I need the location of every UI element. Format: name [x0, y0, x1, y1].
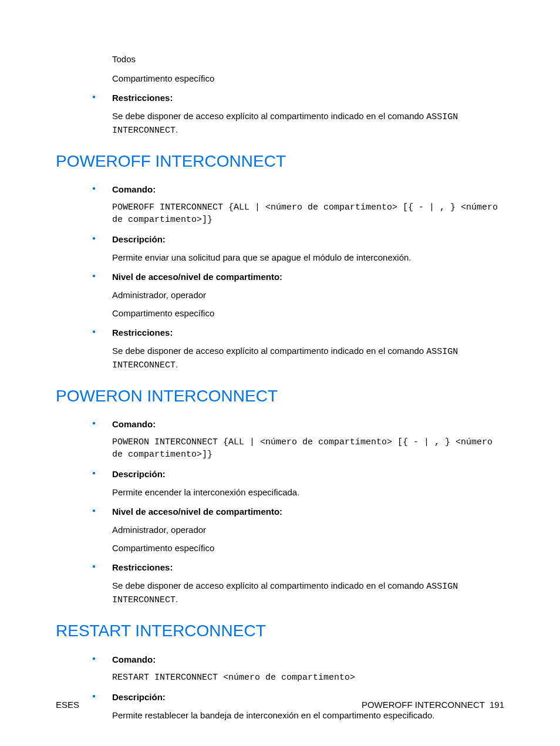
intro-todos: Todos — [112, 53, 504, 65]
poweroff-nivel-1: Administrador, operador — [112, 289, 504, 301]
restart-list: Comando: RESTART INTERCONNECT <número de… — [92, 653, 504, 721]
poweroff-nivel-item: Nivel de acceso/nivel de compartimento: … — [92, 271, 504, 319]
intro-block: Todos Compartimento específico — [112, 53, 504, 85]
poweroff-comando-code: POWEROFF INTERCONNECT {ALL | <número de … — [112, 201, 504, 226]
poweroff-restr-text: Se debe disponer de acceso explícito al … — [112, 345, 504, 372]
comando-label: Comando: — [112, 653, 504, 666]
poweroff-list: Comando: POWEROFF INTERCONNECT {ALL | <n… — [92, 183, 504, 372]
restricciones-label: Restricciones: — [112, 326, 504, 339]
poweroff-restr-suffix: . — [176, 359, 178, 369]
footer-right: POWEROFF INTERCONNECT 191 — [362, 698, 504, 711]
poweroff-nivel-2: Compartimento específico — [112, 307, 504, 319]
intro-restr-prefix: Se debe disponer de acceso explícito al … — [112, 111, 426, 121]
descripcion-label: Descripción: — [112, 233, 504, 245]
heading-poweroff: POWEROFF INTERCONNECT — [56, 150, 504, 173]
poweron-comando-code: POWERON INTERCONNECT {ALL | <número de c… — [112, 436, 504, 461]
restricciones-label: Restricciones: — [112, 92, 504, 104]
poweroff-comando-item: Comando: POWEROFF INTERCONNECT {ALL | <n… — [92, 183, 504, 226]
poweron-descripcion-item: Descripción: Permite encender la interco… — [92, 468, 504, 498]
restart-comando-code: RESTART INTERCONNECT <número de comparti… — [112, 671, 504, 684]
poweron-restr-text: Se debe disponer de acceso explícito al … — [112, 579, 504, 606]
heading-restart: RESTART INTERCONNECT — [56, 619, 504, 642]
poweron-restricciones-item: Restricciones: Se debe disponer de acces… — [92, 561, 504, 606]
intro-comp: Compartimento específico — [112, 72, 504, 85]
comando-label: Comando: — [112, 418, 504, 430]
intro-list: Restricciones: Se debe disponer de acces… — [92, 92, 504, 137]
nivel-label: Nivel de acceso/nivel de compartimento: — [112, 271, 504, 283]
page-footer: ESES POWEROFF INTERCONNECT 191 — [56, 698, 504, 711]
footer-section-label: POWEROFF INTERCONNECT — [362, 700, 485, 710]
nivel-label: Nivel de acceso/nivel de compartimento: — [112, 505, 504, 518]
poweron-restr-suffix: . — [176, 594, 178, 604]
poweron-list: Comando: POWERON INTERCONNECT {ALL | <nú… — [92, 418, 504, 606]
page-number: 191 — [490, 700, 504, 710]
footer-left: ESES — [56, 698, 79, 711]
poweron-nivel-1: Administrador, operador — [112, 524, 504, 536]
poweron-nivel-item: Nivel de acceso/nivel de compartimento: … — [92, 505, 504, 554]
page-content: Todos Compartimento específico Restricci… — [56, 53, 504, 721]
restricciones-label: Restricciones: — [112, 561, 504, 573]
poweron-restr-prefix: Se debe disponer de acceso explícito al … — [112, 580, 426, 590]
intro-restricciones-item: Restricciones: Se debe disponer de acces… — [92, 92, 504, 137]
poweron-comando-item: Comando: POWERON INTERCONNECT {ALL | <nú… — [92, 418, 504, 461]
intro-restr-suffix: . — [176, 124, 178, 134]
poweroff-restr-prefix: Se debe disponer de acceso explícito al … — [112, 346, 426, 356]
poweroff-descripcion: Permite enviar una solicitud para que se… — [112, 251, 504, 264]
comando-label: Comando: — [112, 183, 504, 195]
poweroff-restricciones-item: Restricciones: Se debe disponer de acces… — [92, 326, 504, 372]
poweroff-descripcion-item: Descripción: Permite enviar una solicitu… — [92, 233, 504, 264]
heading-poweron: POWERON INTERCONNECT — [56, 384, 504, 407]
poweron-nivel-2: Compartimento específico — [112, 542, 504, 554]
intro-restr-text: Se debe disponer de acceso explícito al … — [112, 110, 504, 137]
restart-comando-item: Comando: RESTART INTERCONNECT <número de… — [92, 653, 504, 684]
descripcion-label: Descripción: — [112, 468, 504, 480]
poweron-descripcion: Permite encender la interconexión especi… — [112, 486, 504, 498]
